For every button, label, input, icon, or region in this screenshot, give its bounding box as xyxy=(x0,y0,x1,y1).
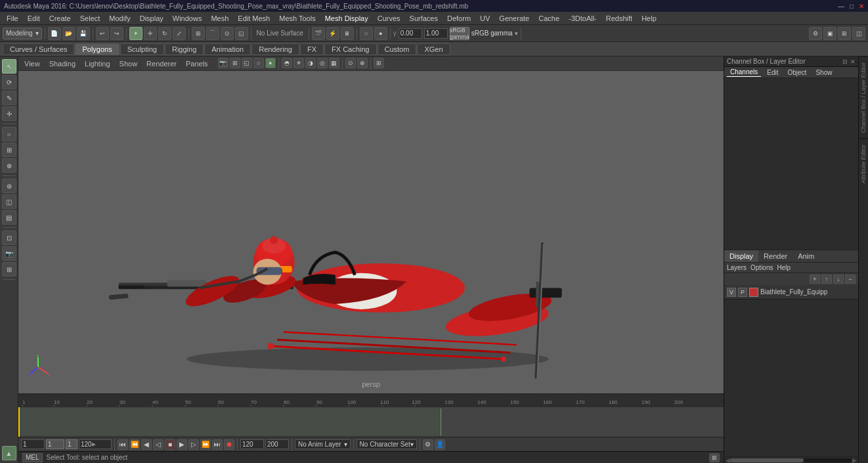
snap-to-point-button[interactable]: ⊙ xyxy=(221,27,234,40)
frame-current2-field[interactable]: 1 xyxy=(66,439,77,449)
menu-windows[interactable]: Windows xyxy=(169,14,206,23)
range-end-icon[interactable]: ▶ xyxy=(92,441,96,447)
jump-end-button[interactable]: ⏭ xyxy=(212,439,223,450)
channels-menu[interactable]: Channels xyxy=(727,68,761,77)
mel-badge[interactable]: MEL xyxy=(22,453,43,462)
tab-fx[interactable]: FX xyxy=(300,43,324,55)
vp-wire-icon[interactable]: ◱ xyxy=(242,58,252,68)
edit-menu[interactable]: Edit xyxy=(764,68,781,77)
vp-shade-icon[interactable]: ◓ xyxy=(282,58,292,68)
menu-redshift[interactable]: Redshift xyxy=(602,14,636,23)
select-tool-button[interactable]: ✦ xyxy=(129,27,142,40)
record-button[interactable]: ⏺ xyxy=(224,439,234,450)
tab-rendering[interactable]: Rendering xyxy=(251,43,299,55)
layer-color-swatch[interactable] xyxy=(749,288,758,297)
menu-surfaces[interactable]: Surfaces xyxy=(406,14,442,23)
move-down-layer-button[interactable]: ↓ xyxy=(833,275,844,284)
prev-frame-button[interactable]: ◀ xyxy=(141,439,152,450)
highlight2-button[interactable]: ● xyxy=(374,27,387,40)
vp-smooth-icon[interactable]: ○ xyxy=(253,58,264,68)
new-scene-button[interactable]: 📄 xyxy=(48,27,61,40)
frame-start-field[interactable]: 1 xyxy=(21,439,45,449)
show-menu[interactable]: Show xyxy=(812,68,835,77)
range-end2-field[interactable]: 120 xyxy=(240,439,264,449)
object-menu[interactable]: Object xyxy=(785,68,810,77)
vp-menu-view[interactable]: View xyxy=(21,59,43,68)
viewport-main[interactable]: View Shading Lighting Show Renderer Pane… xyxy=(18,56,724,393)
close-button[interactable]: ✕ xyxy=(859,3,864,10)
soft-select-button[interactable]: ○ xyxy=(2,127,16,141)
snap-to-curve-button[interactable]: ⌒ xyxy=(206,27,219,40)
tab-fx-caching[interactable]: FX Caching xyxy=(324,43,376,55)
anim-settings-button[interactable]: ⚙ xyxy=(423,439,433,450)
scroll-left-arrow[interactable]: ◀ xyxy=(726,457,730,464)
layout1-button[interactable]: ▣ xyxy=(823,27,836,40)
show-manip-button[interactable]: ⊛ xyxy=(2,179,16,193)
layer-row[interactable]: V P Biathlete_Fully_Equipp xyxy=(724,285,858,299)
status-icon[interactable]: ⊞ xyxy=(709,453,720,462)
highlight-button[interactable]: ○ xyxy=(360,27,373,40)
snap-icon[interactable]: ▲ xyxy=(2,446,16,460)
scroll-right-arrow[interactable]: ▶ xyxy=(852,457,857,464)
vp-light-icon[interactable]: ☀ xyxy=(293,58,304,68)
character-set-dropdown[interactable]: No Character Set ▾ xyxy=(357,439,417,449)
options-menu-item[interactable]: Options xyxy=(750,264,773,271)
undo-button[interactable]: ↩ xyxy=(96,27,109,40)
move-tool-button[interactable]: ✛ xyxy=(144,27,157,40)
layers-menu-item[interactable]: Layers xyxy=(727,264,747,271)
range-end3-field[interactable]: 200 xyxy=(265,439,289,449)
menu-mesh-display[interactable]: Mesh Display xyxy=(321,14,372,23)
open-button[interactable]: 📂 xyxy=(62,27,76,40)
tab-rigging[interactable]: Rigging xyxy=(165,43,204,55)
menu-help[interactable]: Help xyxy=(638,14,661,23)
menu-3dtall[interactable]: -3DtoAll- xyxy=(565,14,601,23)
frame-end-field[interactable]: 120 ▶ xyxy=(79,439,112,449)
snap-to-surface-button[interactable]: ◱ xyxy=(235,27,248,40)
panel-close-button[interactable]: ✕ xyxy=(850,58,856,65)
ipr-render-button[interactable]: ⚡ xyxy=(326,27,339,40)
channel-box-vtab[interactable]: Channel Box / Layer Editor xyxy=(859,56,868,139)
current-frame-field[interactable]: 1 xyxy=(46,439,64,449)
display-tab[interactable]: Display xyxy=(724,250,758,262)
tab-custom[interactable]: Custom xyxy=(378,43,417,55)
vp-menu-shading[interactable]: Shading xyxy=(46,59,79,68)
vp-hud-icon[interactable]: ⊞ xyxy=(374,58,384,68)
minimize-button[interactable]: — xyxy=(838,3,844,10)
layout3-button[interactable]: ◫ xyxy=(852,27,865,40)
anim-layer-dropdown[interactable]: No Anim Layer ▾ xyxy=(295,439,351,449)
vp-grid-icon[interactable]: ⊞ xyxy=(230,58,240,68)
vp-menu-lighting[interactable]: Lighting xyxy=(81,59,114,68)
menu-curves[interactable]: Curves xyxy=(374,14,404,23)
snap-to-grid-button[interactable]: ⊞ xyxy=(192,27,205,40)
timeline-ruler[interactable]: 1 10 20 30 40 50 60 xyxy=(18,394,724,407)
vp-menu-renderer[interactable]: Renderer xyxy=(143,59,180,68)
vp-isolate-icon[interactable]: ⊙ xyxy=(345,58,356,68)
vp-cam-icon[interactable]: 📷 xyxy=(218,58,228,68)
help-menu-item[interactable]: Help xyxy=(777,264,791,271)
color-mode-button[interactable]: sRGB gamma xyxy=(450,27,469,40)
rotate-tool-button[interactable]: ↻ xyxy=(158,27,171,40)
scrollbar-thumb[interactable] xyxy=(730,458,804,462)
layout2-button[interactable]: ⊞ xyxy=(838,27,851,40)
hide-button[interactable]: ◫ xyxy=(2,194,16,209)
contrast-value-field[interactable]: 1.00 xyxy=(424,28,448,39)
panel-detach-button[interactable]: ⊟ xyxy=(842,58,848,65)
layers-scrollbar[interactable]: ◀ ▶ xyxy=(724,456,858,463)
menu-uv[interactable]: UV xyxy=(476,14,494,23)
menu-select[interactable]: Select xyxy=(76,14,104,23)
vp-menu-show[interactable]: Show xyxy=(116,59,141,68)
vp-manip-icon[interactable]: ⊕ xyxy=(357,58,368,68)
menu-cache[interactable]: Cache xyxy=(534,14,563,23)
redo-button[interactable]: ↪ xyxy=(110,27,123,40)
select-mode-button[interactable]: ↖ xyxy=(2,59,16,74)
paint-select-button[interactable]: ✎ xyxy=(2,91,16,105)
play-forward-button[interactable]: ▶ xyxy=(177,439,187,450)
gamma-value-field[interactable]: 0.00 xyxy=(399,28,422,39)
camera-button[interactable]: 📷 xyxy=(2,246,16,261)
display-render-button[interactable]: 🖥 xyxy=(341,27,354,40)
color-chevron-icon[interactable]: ▾ xyxy=(515,30,518,37)
menu-file[interactable]: File xyxy=(3,14,22,23)
pivot-button[interactable]: ⊕ xyxy=(2,158,16,173)
move-button[interactable]: ✛ xyxy=(2,106,16,121)
tab-curves-surfaces[interactable]: Curves / Surfaces xyxy=(3,43,74,55)
